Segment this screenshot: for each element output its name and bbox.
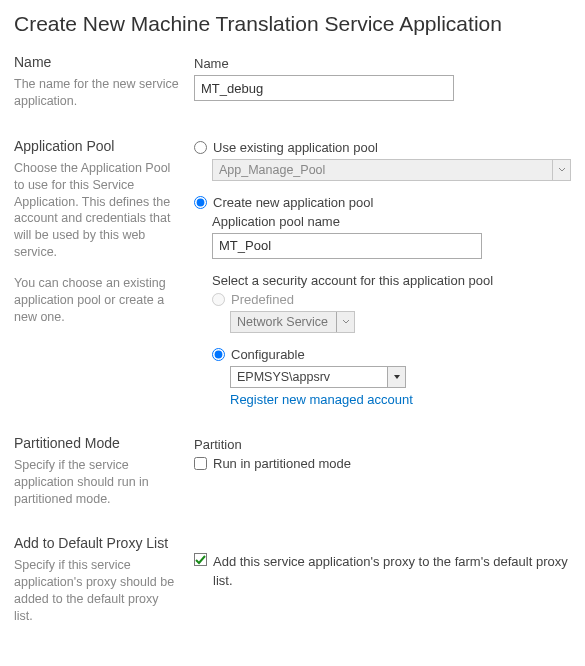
chevron-down-icon (387, 367, 405, 387)
predefined-value: Network Service (237, 315, 336, 329)
checkmark-icon (195, 554, 206, 565)
partition-checkbox-row: Run in partitioned mode (194, 456, 571, 471)
svg-marker-0 (394, 375, 400, 379)
partition-heading: Partitioned Mode (14, 435, 180, 451)
chevron-down-icon (336, 312, 354, 332)
section-partitioned-mode: Partitioned Mode Specify if the service … (14, 435, 571, 508)
predefined-radio-row: Predefined (212, 292, 571, 307)
name-desc: The name for the new service application… (14, 76, 180, 110)
pool-heading: Application Pool (14, 138, 180, 154)
pool-desc-1: Choose the Application Pool to use for t… (14, 160, 180, 261)
name-input[interactable] (194, 75, 454, 101)
use-existing-label: Use existing application pool (213, 140, 378, 155)
configurable-label: Configurable (231, 347, 305, 362)
existing-pool-value: App_Manage_Pool (213, 160, 552, 180)
use-existing-radio[interactable] (194, 141, 207, 154)
section-proxy: Add to Default Proxy List Specify if thi… (14, 535, 571, 625)
pool-desc-2: You can choose an existing application p… (14, 275, 180, 326)
configurable-radio-row: Configurable (212, 347, 571, 362)
proxy-desc: Specify if this service application's pr… (14, 557, 180, 625)
create-new-radio[interactable] (194, 196, 207, 209)
configurable-select[interactable]: EPMSYS\appsrv (230, 366, 406, 388)
proxy-checkbox-label: Add this service application's proxy to … (213, 553, 571, 591)
partition-checkbox-label: Run in partitioned mode (213, 456, 351, 471)
predefined-label: Predefined (231, 292, 294, 307)
pool-name-label: Application pool name (212, 214, 571, 229)
configurable-value: EPMSYS\appsrv (237, 370, 387, 384)
existing-pool-select[interactable]: App_Manage_Pool (212, 159, 571, 181)
security-account-label: Select a security account for this appli… (212, 273, 571, 288)
proxy-heading: Add to Default Proxy List (14, 535, 180, 551)
register-account-link[interactable]: Register new managed account (230, 392, 413, 407)
partition-checkbox[interactable] (194, 457, 207, 470)
partition-label: Partition (194, 437, 571, 452)
name-label: Name (194, 56, 571, 71)
proxy-checkbox-row: Add this service application's proxy to … (194, 553, 571, 591)
pool-name-input[interactable] (212, 233, 482, 259)
page-title: Create New Machine Translation Service A… (14, 12, 571, 36)
predefined-select[interactable]: Network Service (230, 311, 355, 333)
name-heading: Name (14, 54, 180, 70)
chevron-down-icon (552, 160, 570, 180)
use-existing-radio-row: Use existing application pool (194, 140, 571, 155)
create-new-label: Create new application pool (213, 195, 373, 210)
proxy-checkbox[interactable] (194, 553, 207, 566)
configurable-radio[interactable] (212, 348, 225, 361)
section-application-pool: Application Pool Choose the Application … (14, 138, 571, 407)
section-name: Name The name for the new service applic… (14, 54, 571, 110)
create-new-radio-row: Create new application pool (194, 195, 571, 210)
predefined-radio[interactable] (212, 293, 225, 306)
partition-desc: Specify if the service application shoul… (14, 457, 180, 508)
